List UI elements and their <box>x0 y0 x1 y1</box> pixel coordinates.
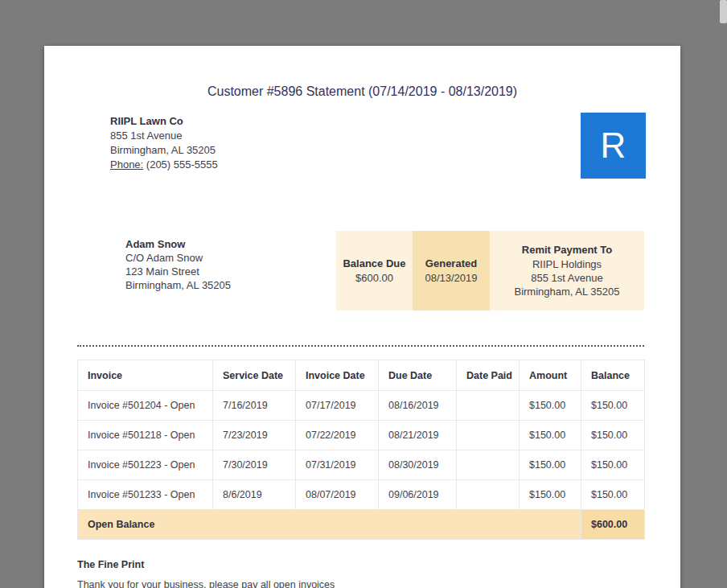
open-balance-value: $600.00 <box>581 510 645 540</box>
remit-line3: Birmingham, AL 35205 <box>514 285 619 298</box>
company-phone: Phone: (205) 555-5555 <box>110 158 218 172</box>
cell-balance: $150.00 <box>581 421 645 450</box>
cell-due-date: 08/16/2019 <box>379 391 457 421</box>
company-logo: R <box>581 113 646 179</box>
cell-due-date: 09/06/2019 <box>379 480 457 510</box>
fine-print-heading: The Fine Print <box>77 559 144 570</box>
customer-line2: 123 Main Street <box>125 265 231 278</box>
cell-date-paid <box>457 391 520 421</box>
header-date-paid: Date Paid <box>457 360 520 391</box>
cell-amount: $150.00 <box>520 391 581 421</box>
cell-service-date: 7/23/2019 <box>213 421 296 450</box>
cell-amount: $150.00 <box>520 421 581 450</box>
remit-line2: 855 1st Avenue <box>531 271 602 285</box>
generated-cell: Generated 08/13/2019 <box>413 231 490 310</box>
header-amount: Amount <box>520 360 581 391</box>
header-service-date: Service Date <box>213 360 296 391</box>
cell-date-paid <box>457 480 520 510</box>
header-balance: Balance <box>581 360 645 391</box>
cell-service-date: 8/6/2019 <box>213 480 296 510</box>
logo-letter: R <box>601 128 626 163</box>
cell-service-date: 7/16/2019 <box>213 391 296 421</box>
cell-invoice: Invoice #501223 - Open <box>78 450 213 480</box>
table-row: Invoice #501218 - Open 7/23/2019 07/22/2… <box>78 421 645 450</box>
statement-page: Customer #5896 Statement (07/14/2019 - 0… <box>44 46 680 588</box>
cell-invoice-date: 07/31/2019 <box>296 450 379 480</box>
invoice-table: Invoice Service Date Invoice Date Due Da… <box>77 360 645 540</box>
cell-invoice: Invoice #501218 - Open <box>78 421 213 450</box>
generated-value: 08/13/2019 <box>425 271 477 285</box>
company-address-line1: 855 1st Avenue <box>110 129 218 143</box>
header-invoice: Invoice <box>78 360 213 391</box>
header-due-date: Due Date <box>379 360 457 391</box>
remit-line1: RIIPL Holdings <box>532 257 602 271</box>
cell-service-date: 7/30/2019 <box>213 450 296 480</box>
cell-date-paid <box>457 421 520 450</box>
cell-date-paid <box>457 450 520 480</box>
open-balance-row: Open Balance $600.00 <box>78 510 645 540</box>
customer-info: Adam Snow C/O Adam Snow 123 Main Street … <box>125 237 231 292</box>
statement-summary: Balance Due $600.00 Generated 08/13/2019… <box>336 231 644 310</box>
remit-payment-cell: Remit Payment To RIIPL Holdings 855 1st … <box>490 231 644 310</box>
cell-amount: $150.00 <box>520 450 581 480</box>
company-info: RIIPL Lawn Co 855 1st Avenue Birmingham,… <box>110 114 218 172</box>
cell-invoice-date: 08/07/2019 <box>296 480 379 510</box>
customer-line3: Birmingham, AL 35205 <box>125 278 231 292</box>
table-row: Invoice #501204 - Open 7/16/2019 07/17/2… <box>78 391 645 421</box>
fine-print-body: Thank you for your business, please pay … <box>77 579 335 588</box>
cell-invoice: Invoice #501233 - Open <box>78 480 213 510</box>
table-row: Invoice #501223 - Open 7/30/2019 07/31/2… <box>78 450 645 480</box>
cell-invoice: Invoice #501204 - Open <box>78 391 213 421</box>
generated-label: Generated <box>425 257 477 270</box>
cell-due-date: 08/30/2019 <box>379 450 457 480</box>
company-address-line2: Birmingham, AL 35205 <box>110 143 218 158</box>
cell-due-date: 08/21/2019 <box>379 421 457 450</box>
cell-invoice-date: 07/22/2019 <box>296 421 379 450</box>
company-name: RIIPL Lawn Co <box>110 114 218 129</box>
open-balance-label: Open Balance <box>78 510 581 540</box>
cell-balance: $150.00 <box>581 450 645 480</box>
customer-line1: C/O Adam Snow <box>125 251 231 265</box>
phone-label: Phone: <box>110 158 143 171</box>
header-invoice-date: Invoice Date <box>296 360 379 391</box>
cell-balance: $150.00 <box>581 480 645 510</box>
cell-balance: $150.00 <box>581 391 645 421</box>
balance-due-label: Balance Due <box>343 257 405 270</box>
phone-number: (205) 555-5555 <box>146 158 218 171</box>
remit-label: Remit Payment To <box>522 243 612 257</box>
table-row: Invoice #501233 - Open 8/6/2019 08/07/20… <box>78 480 645 510</box>
table-header-row: Invoice Service Date Invoice Date Due Da… <box>78 360 645 391</box>
balance-due-value: $600.00 <box>355 271 393 285</box>
balance-due-cell: Balance Due $600.00 <box>336 231 413 310</box>
statement-title: Customer #5896 Statement (07/14/2019 - 0… <box>44 84 680 99</box>
cell-amount: $150.00 <box>520 480 581 510</box>
customer-name: Adam Snow <box>125 237 231 251</box>
scrollbar-thumb[interactable] <box>720 0 727 23</box>
cell-invoice-date: 07/17/2019 <box>296 391 379 421</box>
dotted-divider <box>77 345 644 347</box>
